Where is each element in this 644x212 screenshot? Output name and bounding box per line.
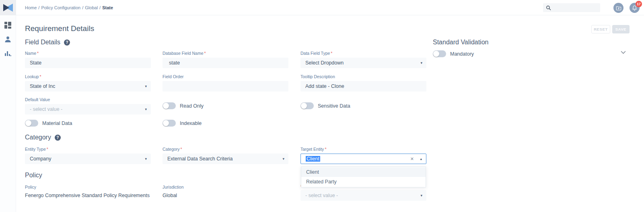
mandatory-toggle-label: Mandatory <box>450 51 474 57</box>
bar-chart-icon[interactable] <box>4 50 11 57</box>
field-details-heading-text: Field Details <box>25 39 60 46</box>
clear-icon[interactable]: ✕ <box>410 156 414 162</box>
target-entity-label: Target Entity* <box>300 147 426 152</box>
target-entity-field: Target Entity* Client ✕ ▴ Client Related… <box>300 147 426 164</box>
read-only-toggle[interactable] <box>163 102 176 109</box>
mandatory-toggle[interactable] <box>433 50 446 57</box>
app-window: Home / Policy Configuration / Global / S… <box>0 0 644 212</box>
required-asterisk: * <box>37 51 39 56</box>
global-search <box>543 3 600 12</box>
indexable-toggle[interactable] <box>163 120 176 127</box>
name-label: Name* <box>25 51 151 56</box>
help-icon[interactable]: ? <box>64 39 70 46</box>
jurisdiction-field: Jurisdiction Global <box>163 185 288 198</box>
target-entity-dropdown-menu: Client Related Party <box>301 166 426 187</box>
indexable-toggle-row: Indexable <box>163 120 202 127</box>
policy-heading-text: Policy <box>25 172 42 179</box>
add-library-button[interactable] <box>613 3 623 13</box>
indexable-toggle-label: Indexable <box>180 121 202 126</box>
default-value-field: Default Value - select value - ▾ <box>25 97 151 114</box>
caret-up-icon: ▴ <box>420 157 422 161</box>
name-field: Name* State <box>25 51 151 68</box>
material-data-toggle-row: Material Data <box>25 120 72 127</box>
required-asterisk: * <box>47 147 48 152</box>
data-field-type-select[interactable]: Select Dropdown ▾ <box>300 58 426 68</box>
topbar: Home / Policy Configuration / Global / S… <box>16 0 644 15</box>
notifications-button[interactable]: 17 <box>630 3 640 13</box>
database-field-name-input[interactable]: state <box>163 58 288 68</box>
lookup-select[interactable]: State of Inc ▾ <box>25 81 151 91</box>
search-input[interactable] <box>551 5 597 10</box>
default-value-select[interactable]: - select value - ▾ <box>25 104 151 114</box>
required-asterisk: * <box>331 51 332 56</box>
reset-button[interactable]: RESET <box>591 25 610 33</box>
mandatory-toggle-row: Mandatory <box>433 50 474 57</box>
read-only-toggle-label: Read Only <box>180 103 204 109</box>
tooltip-description-input[interactable]: Add state - Clone <box>300 81 426 91</box>
sidebar <box>0 0 16 212</box>
entity-type-field: Entity Type* Company ▾ <box>25 147 151 164</box>
default-value-label: Default Value <box>25 97 151 102</box>
policy-field: Policy Fenergo Comprehensive Standard Po… <box>25 185 151 199</box>
standard-validation-heading: Standard Validation <box>433 39 488 46</box>
caret-down-icon: ▾ <box>145 84 147 88</box>
chevron-down-icon[interactable] <box>621 51 626 54</box>
category-field: Category* External Data Search Criteria … <box>163 147 288 164</box>
field-order-label: Field Order <box>163 74 288 79</box>
database-field-name-label: Database Field Name* <box>163 51 288 56</box>
user-icon[interactable] <box>4 36 11 43</box>
standard-validation-heading-text: Standard Validation <box>433 39 488 46</box>
caret-down-icon: ▾ <box>282 157 284 161</box>
caret-down-icon: ▾ <box>145 107 147 111</box>
target-entity-combobox[interactable]: Client ✕ ▴ Client Related Party <box>300 154 426 164</box>
data-field-type-field: Data Field Type* Select Dropdown ▾ <box>300 51 426 68</box>
fenergo-x-logo-icon <box>3 4 13 12</box>
jurisdiction-value: Global <box>163 193 288 198</box>
brand-logo[interactable] <box>0 0 16 15</box>
caret-down-icon: ▾ <box>420 61 422 65</box>
breadcrumb-separator: / <box>99 5 101 10</box>
breadcrumb: Home / Policy Configuration / Global / S… <box>25 0 113 15</box>
entity-type-select[interactable]: Company ▾ <box>25 154 151 164</box>
required-asterisk: * <box>39 74 41 79</box>
sensitive-data-toggle-row: Sensitive Data <box>300 102 350 109</box>
lookup-label: Lookup* <box>25 74 151 79</box>
breadcrumb-current-state: State <box>102 5 113 10</box>
database-field-name-field: Database Field Name* state <box>163 51 288 68</box>
tooltip-description-label: Tooltip Description <box>300 74 426 79</box>
lookup-field: Lookup* State of Inc ▾ <box>25 74 151 91</box>
selected-text: Client <box>306 156 320 162</box>
category-label: Category* <box>163 147 288 152</box>
dropdown-option-related-party[interactable]: Related Party <box>301 177 426 187</box>
data-field-type-label: Data Field Type* <box>300 51 426 56</box>
search-icon <box>546 5 551 10</box>
jurisdiction-label: Jurisdiction <box>163 185 288 189</box>
category-heading-text: Category <box>25 134 51 141</box>
policy-label: Policy <box>25 185 151 189</box>
material-data-toggle[interactable] <box>25 120 38 127</box>
dropdown-option-client[interactable]: Client <box>301 167 426 177</box>
help-icon[interactable]: ? <box>55 135 61 141</box>
sensitive-data-toggle[interactable] <box>300 102 314 109</box>
breadcrumb-separator: / <box>38 5 39 10</box>
tooltip-description-field: Tooltip Description Add state - Clone <box>300 74 426 91</box>
category-heading: Category ? <box>25 134 61 141</box>
sensitive-data-toggle-label: Sensitive Data <box>318 103 350 109</box>
classification-select[interactable]: - select value - ▾ <box>300 190 426 201</box>
category-select[interactable]: External Data Search Criteria ▾ <box>163 154 288 164</box>
field-details-heading: Field Details ? <box>25 39 70 46</box>
entity-type-label: Entity Type* <box>25 147 151 152</box>
save-button[interactable]: SAVE <box>612 25 630 33</box>
field-order-input[interactable] <box>163 81 288 91</box>
required-asterisk: * <box>204 51 206 56</box>
breadcrumb-global[interactable]: Global <box>85 5 98 10</box>
policy-heading: Policy <box>25 172 42 179</box>
name-input[interactable]: State <box>25 58 151 68</box>
required-asterisk: * <box>181 147 182 152</box>
field-order-field: Field Order <box>163 74 288 91</box>
breadcrumb-policy-configuration[interactable]: Policy Configuration <box>41 5 80 10</box>
dashboard-icon[interactable] <box>4 22 11 29</box>
notification-badge: 17 <box>636 1 642 7</box>
breadcrumb-home[interactable]: Home <box>25 5 37 10</box>
caret-down-icon: ▾ <box>145 157 147 161</box>
